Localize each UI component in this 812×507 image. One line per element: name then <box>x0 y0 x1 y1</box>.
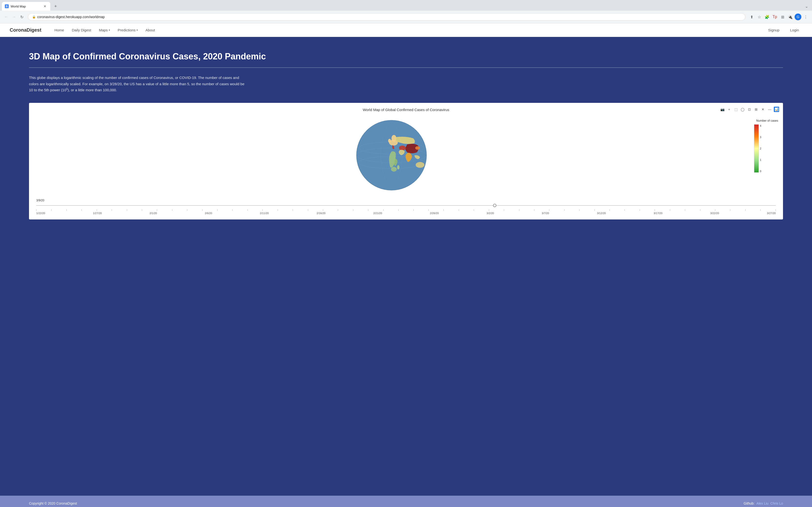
tick-marks <box>36 209 776 211</box>
back-button[interactable]: ← <box>3 13 10 20</box>
slider-line <box>36 205 776 206</box>
nav-buttons: ← → ↻ <box>3 13 25 20</box>
tick <box>428 209 429 211</box>
tick <box>202 209 203 211</box>
tick <box>670 209 670 211</box>
date-label: 1/22/20 <box>36 212 45 215</box>
scale-label-0: 0 <box>760 170 761 173</box>
date-label: 2/1/20 <box>150 212 157 215</box>
tab-more-button[interactable]: ⌄ <box>805 4 810 9</box>
fullscreen-tool[interactable]: ⊞ <box>754 107 759 112</box>
bookmark-icon[interactable]: ☆ <box>756 13 763 20</box>
profile-button[interactable]: G <box>795 13 801 20</box>
site-nav-links: Home Daily Digest Maps ▾ Predictions ▾ A… <box>51 26 765 34</box>
date-label: 1/27/20 <box>93 212 102 215</box>
browser-chrome: B World Map ✕ + ⌄ ← → ↻ 🔒 coronavirus-di… <box>0 0 812 23</box>
scale-label-1: 1 <box>760 158 761 161</box>
extension1-icon[interactable]: 🧩 <box>764 13 770 20</box>
svg-point-5 <box>415 146 420 150</box>
scale-label-3: 3 <box>760 136 761 138</box>
tick <box>489 209 489 211</box>
tooltip-tool[interactable]: ◯ <box>740 107 745 112</box>
svg-point-8 <box>416 162 424 168</box>
zoom-tool[interactable]: + <box>726 107 732 112</box>
chart-toolbar: 📷 + ⬚ ◯ ⊡ ⊞ ✕ — 📊 <box>720 107 779 112</box>
camera-tool[interactable]: 📷 <box>720 107 725 112</box>
tick <box>217 209 217 211</box>
slider-handle[interactable] <box>493 204 496 207</box>
url-domain: coronavirus-digest.herokuapp.com <box>37 15 89 19</box>
site-brand[interactable]: CoronaDigest <box>10 27 41 33</box>
contributor-alex[interactable]: Alex Liu <box>756 501 768 505</box>
reset-tool[interactable]: ✕ <box>760 107 766 112</box>
tick <box>579 209 579 211</box>
tick <box>413 209 414 211</box>
lasso-tool[interactable]: ⬚ <box>733 107 739 112</box>
login-link[interactable]: Login <box>786 26 802 34</box>
url-path: /worldmap <box>89 15 105 19</box>
nav-home[interactable]: Home <box>51 26 67 34</box>
tick <box>172 209 172 211</box>
toolbar-icons: ⬆ ☆ 🧩 Tp ⊞ 🔌 G ⋮ <box>748 13 809 20</box>
extensions-icon[interactable]: 🔌 <box>787 13 794 20</box>
extension3-icon[interactable]: ⊞ <box>779 13 786 20</box>
lock-icon: 🔒 <box>32 15 36 18</box>
tab-favicon: B <box>5 4 9 8</box>
tick <box>519 209 519 211</box>
globe-area <box>34 117 749 194</box>
date-label: 2/11/20 <box>260 212 269 215</box>
url-text: coronavirus-digest.herokuapp.com/worldma… <box>37 15 105 19</box>
url-bar[interactable]: 🔒 coronavirus-digest.herokuapp.com/world… <box>28 13 745 20</box>
tick <box>549 209 549 211</box>
tick <box>459 209 459 211</box>
date-label: 3/2/20 <box>487 212 494 215</box>
tab-title: World Map <box>11 5 26 8</box>
date-label: 3/7/20 <box>542 212 549 215</box>
signup-link[interactable]: Signup <box>765 26 783 34</box>
autoscale-tool[interactable]: — <box>767 107 772 112</box>
main-content: 3D Map of Confirmed Coronavirus Cases, 2… <box>0 37 812 496</box>
date-label: 2/21/20 <box>373 212 382 215</box>
legend-area: Number of cases 4 3 2 1 0 <box>754 117 778 173</box>
tick <box>293 209 293 211</box>
chart-type-tool[interactable]: 📊 <box>774 107 779 112</box>
tick <box>398 209 399 211</box>
tick <box>595 209 595 211</box>
tick <box>640 209 640 211</box>
share-icon[interactable]: ⬆ <box>748 13 755 20</box>
menu-icon[interactable]: ⋮ <box>802 13 809 20</box>
timeline-slider[interactable] <box>36 203 776 208</box>
legend-title: Number of cases <box>754 119 778 122</box>
tick <box>685 209 685 211</box>
svg-point-7 <box>397 165 400 169</box>
page-title: 3D Map of Confirmed Coronavirus Cases, 2… <box>29 51 783 62</box>
date-label: 2/26/20 <box>430 212 439 215</box>
tab-close-button[interactable]: ✕ <box>43 4 47 9</box>
tick <box>66 209 67 211</box>
new-tab-button[interactable]: + <box>52 3 59 10</box>
tick <box>187 209 187 211</box>
date-label: 3/17/20 <box>654 212 662 215</box>
nav-daily-digest[interactable]: Daily Digest <box>68 26 95 34</box>
tick <box>730 209 730 211</box>
pan-tool[interactable]: ⊡ <box>747 107 752 112</box>
reload-button[interactable]: ↻ <box>18 13 25 20</box>
predictions-dropdown-arrow: ▾ <box>137 29 138 32</box>
nav-predictions[interactable]: Predictions ▾ <box>114 26 141 34</box>
forward-button[interactable]: → <box>11 13 17 20</box>
active-tab[interactable]: B World Map ✕ <box>2 2 50 11</box>
color-scale: 4 3 2 1 0 <box>754 124 778 173</box>
nav-about[interactable]: About <box>142 26 158 34</box>
current-date: 3/9/20 <box>36 199 776 202</box>
scale-label-4: 4 <box>760 124 761 127</box>
title-divider <box>29 67 783 68</box>
nav-maps[interactable]: Maps ▾ <box>95 26 113 34</box>
chart-container: 📷 + ⬚ ◯ ⊡ ⊞ ✕ — 📊 World Map of Global Co… <box>29 103 783 219</box>
svg-point-6 <box>391 167 397 172</box>
extension2-icon[interactable]: Tp <box>771 13 778 20</box>
site-navbar: CoronaDigest Home Daily Digest Maps ▾ Pr… <box>0 23 812 37</box>
tick <box>323 209 323 211</box>
contributor-chris[interactable]: Chris Lo <box>770 501 783 505</box>
page-description: This globe displays a logarithmic scalin… <box>29 74 247 93</box>
tick <box>353 209 353 211</box>
